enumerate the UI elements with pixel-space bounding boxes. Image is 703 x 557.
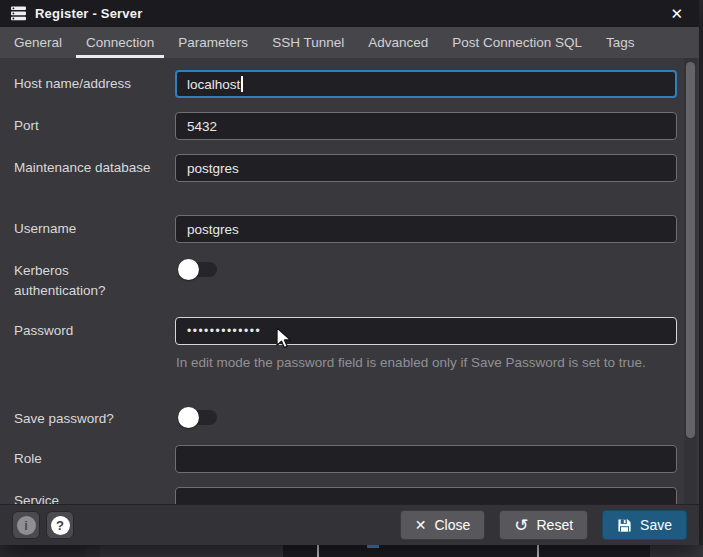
toggle-knob <box>178 259 199 280</box>
password-label: Password <box>14 317 162 345</box>
help-icon: ? <box>51 516 70 535</box>
background-segment <box>0 545 85 557</box>
reset-button-label: Reset <box>537 517 574 533</box>
background-divider <box>317 545 319 557</box>
tab-connection[interactable]: Connection <box>74 27 166 58</box>
save-password-toggle[interactable] <box>178 407 220 428</box>
server-stack-icon <box>10 6 27 21</box>
background-segment <box>283 545 650 557</box>
dialog-scrollbar-thumb[interactable] <box>686 62 695 438</box>
password-input[interactable]: ••••••••••••• <box>175 317 677 345</box>
close-icon: ✕ <box>670 5 683 22</box>
save-button[interactable]: Save <box>602 510 687 540</box>
save-button-label: Save <box>640 517 672 533</box>
close-button-label: Close <box>434 517 470 533</box>
role-input[interactable] <box>175 445 677 473</box>
username-label: Username <box>14 215 162 243</box>
port-label: Port <box>14 112 162 140</box>
background-window-bottom-sliver <box>0 545 703 557</box>
host-label: Host name/address <box>14 70 162 98</box>
username-value: postgres <box>187 222 239 237</box>
maintenance-db-value: postgres <box>187 161 239 176</box>
username-input[interactable]: postgres <box>175 215 677 243</box>
role-label: Role <box>14 445 162 473</box>
help-button[interactable]: ? <box>46 511 74 539</box>
sql-info-button[interactable]: i <box>12 511 40 539</box>
text-caret <box>241 76 243 92</box>
screen: Register - Server ✕ General Connection P… <box>0 0 703 557</box>
background-accent <box>367 545 379 548</box>
toggle-knob <box>178 407 199 428</box>
reset-undo-icon: ↺ <box>514 517 528 534</box>
background-divider <box>537 545 539 557</box>
background-window-right-sliver <box>699 0 703 557</box>
close-x-icon: ✕ <box>415 518 427 532</box>
tab-general[interactable]: General <box>2 27 74 58</box>
register-server-dialog: Register - Server ✕ General Connection P… <box>0 0 699 545</box>
save-password-label: Save password? <box>14 405 162 433</box>
floppy-disk-icon <box>617 518 632 533</box>
background-segment <box>100 545 283 557</box>
background-segment <box>650 545 703 557</box>
dialog-footer: i ? ✕ Close ↺ Reset Sav <box>0 504 699 545</box>
password-help-text: In edit mode the password field is enabl… <box>176 350 681 375</box>
port-input[interactable]: 5432 <box>175 112 677 140</box>
maintenance-db-input[interactable]: postgres <box>175 154 677 182</box>
maintenance-db-label: Maintenance database <box>14 158 162 178</box>
host-value: localhost <box>187 77 240 92</box>
title-bar: Register - Server ✕ <box>0 0 699 27</box>
tab-tags[interactable]: Tags <box>594 27 647 58</box>
close-button[interactable]: ✕ Close <box>400 510 486 540</box>
kerberos-toggle[interactable] <box>178 259 220 280</box>
port-value: 5432 <box>187 119 217 134</box>
kerberos-label: Kerberos authentication? <box>14 261 162 301</box>
tab-bar: General Connection Parameters SSH Tunnel… <box>0 27 699 58</box>
reset-button[interactable]: ↺ Reset <box>499 510 588 540</box>
tab-ssh-tunnel[interactable]: SSH Tunnel <box>260 27 356 58</box>
password-masked-value: ••••••••••••• <box>187 317 261 345</box>
tab-post-connection-sql[interactable]: Post Connection SQL <box>440 27 594 58</box>
host-input[interactable]: localhost <box>175 70 677 98</box>
info-icon: i <box>17 516 36 535</box>
tab-parameters[interactable]: Parameters <box>166 27 260 58</box>
window-close-button[interactable]: ✕ <box>670 0 683 27</box>
window-title: Register - Server <box>35 6 142 21</box>
tab-advanced[interactable]: Advanced <box>356 27 440 58</box>
